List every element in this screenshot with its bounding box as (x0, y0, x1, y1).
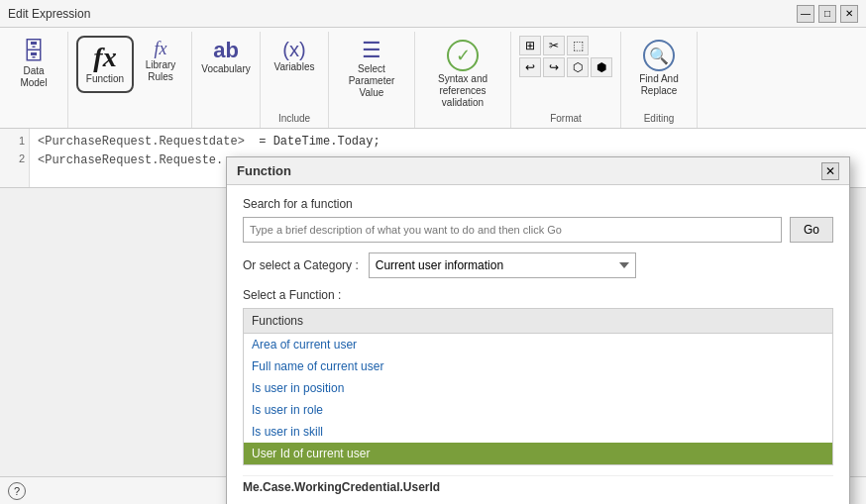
ribbon-group-vocabulary: ab Vocabulary (192, 32, 261, 128)
search-label: Search for a function (243, 197, 833, 211)
maximize-button[interactable]: □ (818, 5, 836, 23)
modal-title-bar: Function ✕ (227, 157, 849, 185)
ribbon-group-function: fx Function fx LibraryRules (68, 32, 192, 128)
include-group-label: Include (278, 109, 310, 124)
function-item-area-of-current-user[interactable]: Area of current user (244, 334, 833, 356)
function-group-items: fx Function fx LibraryRules (76, 36, 183, 93)
category-label: Or select a Category : (243, 258, 359, 272)
category-select[interactable]: Current user information String function… (369, 252, 636, 278)
format-btn-6[interactable]: ⬡ (567, 57, 589, 77)
select-param-label: Select ParameterValue (341, 63, 402, 99)
ribbon-group-format: ⊞ ✂ ⬚ ↩ ↪ ⬡ ⬢ Format (511, 32, 621, 128)
function-row-is-user-in-position[interactable]: Is user in position (244, 377, 833, 399)
function-row-is-user-in-role[interactable]: Is user in role (244, 399, 833, 421)
function-table-header: Functions (244, 309, 833, 334)
format-btn-4[interactable]: ↩ (519, 57, 541, 77)
syntax-label: Syntax and referencesvalidation (427, 73, 498, 109)
function-row-is-user-in-skill[interactable]: Is user in skill (244, 421, 833, 443)
go-button[interactable]: Go (790, 217, 833, 243)
code-line-1: <PurchaseRequest.Requestdate> = DateTime… (38, 133, 858, 151)
format-btn-5[interactable]: ↪ (543, 57, 565, 77)
function-label: Function (86, 73, 124, 85)
format-row-1: ⊞ ✂ ⬚ (519, 36, 612, 55)
variables-icon: (x) (282, 40, 305, 59)
minimize-button[interactable]: — (797, 5, 814, 23)
data-model-label: DataModel (20, 65, 47, 89)
find-replace-button[interactable]: 🔍 Find AndReplace (629, 36, 689, 101)
function-item-user-id-of-current-user[interactable]: User Id of current user (244, 443, 833, 465)
data-model-button[interactable]: 🗄 DataModel (8, 36, 59, 93)
library-rules-button[interactable]: fx LibraryRules (138, 36, 183, 87)
close-window-button[interactable]: ✕ (840, 5, 858, 23)
search-input[interactable] (243, 217, 782, 243)
ribbon: 🗄 DataModel fx Function fx LibraryRules … (0, 28, 866, 129)
function-item-full-name-of-current-user[interactable]: Full name of current user (244, 355, 833, 377)
select-param-button[interactable]: ☰ Select ParameterValue (337, 36, 406, 103)
function-list-label: Select a Function : (243, 288, 833, 302)
format-btn-1[interactable]: ⊞ (519, 36, 541, 55)
function-item-is-user-in-skill[interactable]: Is user in skill (244, 421, 833, 443)
syntax-button[interactable]: ✓ Syntax and referencesvalidation (423, 36, 502, 113)
footer-formula: Me.Case.WorkingCredential.UserId (243, 475, 833, 498)
function-dialog: Function ✕ Search for a function Go Or s… (226, 156, 850, 504)
category-row: Or select a Category : Current user info… (243, 252, 833, 278)
editing-group-label: Editing (644, 109, 675, 124)
ribbon-group-parameter: ☰ Select ParameterValue (329, 32, 415, 128)
function-icon: fx (93, 44, 116, 71)
function-row-user-id-of-current-user[interactable]: User Id of current user (244, 443, 833, 465)
function-row-area-of-current-user[interactable]: Area of current user (244, 334, 833, 356)
select-param-icon: ☰ (362, 40, 381, 61)
format-btn-3[interactable]: ⬚ (567, 36, 589, 55)
function-table: Functions Area of current userFull name … (243, 308, 833, 465)
format-btn-2[interactable]: ✂ (543, 36, 565, 55)
line-number-2: 2 (4, 151, 25, 168)
format-btn-7[interactable]: ⬢ (591, 57, 612, 77)
line-number-1: 1 (4, 133, 25, 151)
library-rules-label: LibraryRules (146, 59, 176, 83)
syntax-icon: ✓ (447, 40, 479, 71)
data-model-icon: 🗄 (22, 40, 46, 63)
vocabulary-icon: ab (213, 40, 239, 61)
line-numbers: 1 2 (0, 129, 30, 187)
function-item-is-user-in-position[interactable]: Is user in position (244, 377, 833, 399)
vocabulary-button[interactable]: ab Vocabulary (200, 36, 252, 79)
ribbon-group-data-model: 🗄 DataModel (0, 32, 68, 128)
modal-body: Search for a function Go Or select a Cat… (227, 185, 849, 504)
format-group-label: Format (550, 109, 582, 124)
variables-button[interactable]: (x) Variables (269, 36, 320, 77)
find-replace-label: Find AndReplace (639, 73, 678, 97)
help-button[interactable]: ? (8, 482, 26, 500)
modal-close-button[interactable]: ✕ (821, 162, 839, 180)
function-row-full-name-of-current-user[interactable]: Full name of current user (244, 355, 833, 377)
window-controls: — □ ✕ (797, 5, 858, 23)
ribbon-group-syntax: ✓ Syntax and referencesvalidation (415, 32, 511, 128)
ribbon-group-include: (x) Variables Include (261, 32, 329, 128)
modal-title: Function (237, 163, 291, 178)
function-item-is-user-in-role[interactable]: Is user in role (244, 399, 833, 421)
format-row-2: ↩ ↪ ⬡ ⬢ (519, 57, 612, 77)
window-title: Edit Expression (8, 7, 90, 21)
ribbon-group-editing: 🔍 Find AndReplace Editing (621, 32, 698, 128)
find-replace-icon: 🔍 (643, 40, 675, 71)
title-bar: Edit Expression — □ ✕ (0, 0, 866, 28)
vocabulary-label: Vocabulary (201, 63, 250, 75)
format-buttons: ⊞ ✂ ⬚ ↩ ↪ ⬡ ⬢ (519, 36, 612, 77)
variables-label: Variables (274, 61, 315, 73)
search-row: Go (243, 217, 833, 243)
function-button[interactable]: fx Function (76, 36, 134, 93)
library-rules-icon: fx (155, 40, 167, 57)
